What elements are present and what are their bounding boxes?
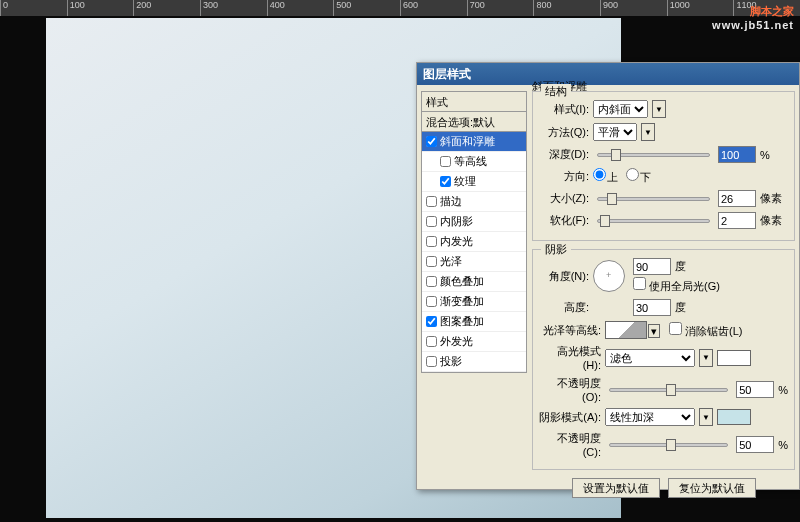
shadow-group: 阴影 角度(N): 度 使用全局光(G) 高度:度 光泽等高线:▾ 消除锯齿(L… bbox=[532, 249, 795, 470]
style-item-bevel[interactable]: 斜面和浮雕 bbox=[422, 132, 526, 152]
chevron-down-icon[interactable]: ▼ bbox=[699, 349, 713, 367]
reset-default-button[interactable]: 复位为默认值 bbox=[668, 478, 756, 498]
style-item-outer-glow[interactable]: 外发光 bbox=[422, 332, 526, 352]
global-light-checkbox[interactable] bbox=[633, 277, 646, 290]
style-list: 样式 混合选项:默认 斜面和浮雕 等高线 纹理 描边 内阴影 内发光 光泽 颜色… bbox=[421, 91, 527, 373]
ruler-horizontal: 010020030040050060070080090010001100 bbox=[0, 0, 800, 16]
set-default-button[interactable]: 设置为默认值 bbox=[572, 478, 660, 498]
style-item-satin[interactable]: 光泽 bbox=[422, 252, 526, 272]
dir-down-radio[interactable] bbox=[626, 168, 639, 181]
style-select[interactable]: 内斜面 bbox=[593, 100, 648, 118]
style-item-pattern-overlay[interactable]: 图案叠加 bbox=[422, 312, 526, 332]
highlight-opacity-input[interactable] bbox=[736, 381, 774, 398]
structure-group: 结构 样式(I):内斜面▼ 方法(Q):平滑▼ 深度(D):% 方向:上下 大小… bbox=[532, 91, 795, 241]
shadow-mode-select[interactable]: 线性加深 bbox=[605, 408, 695, 426]
angle-input[interactable] bbox=[633, 258, 671, 275]
chevron-down-icon[interactable]: ▼ bbox=[699, 408, 713, 426]
style-item-stroke[interactable]: 描边 bbox=[422, 192, 526, 212]
shadow-color-swatch[interactable] bbox=[717, 409, 751, 425]
style-item-color-overlay[interactable]: 颜色叠加 bbox=[422, 272, 526, 292]
shadow-opacity-slider[interactable] bbox=[609, 443, 728, 447]
style-item-inner-glow[interactable]: 内发光 bbox=[422, 232, 526, 252]
watermark: 脚本之家 www.jb51.net bbox=[712, 4, 794, 31]
size-input[interactable] bbox=[718, 190, 756, 207]
chevron-down-icon[interactable]: ▼ bbox=[641, 123, 655, 141]
method-select[interactable]: 平滑 bbox=[593, 123, 637, 141]
soften-input[interactable] bbox=[718, 212, 756, 229]
depth-slider[interactable] bbox=[597, 153, 710, 157]
soften-slider[interactable] bbox=[597, 219, 710, 223]
blend-options[interactable]: 混合选项:默认 bbox=[422, 112, 526, 132]
style-item-contour[interactable]: 等高线 bbox=[422, 152, 526, 172]
depth-input[interactable] bbox=[718, 146, 756, 163]
antialias-checkbox[interactable] bbox=[669, 322, 682, 335]
style-item-texture[interactable]: 纹理 bbox=[422, 172, 526, 192]
gloss-contour-picker[interactable]: ▾ bbox=[605, 321, 647, 339]
layer-style-dialog: 图层样式 样式 混合选项:默认 斜面和浮雕 等高线 纹理 描边 内阴影 内发光 … bbox=[416, 62, 800, 490]
dialog-title[interactable]: 图层样式 bbox=[417, 63, 799, 85]
highlight-opacity-slider[interactable] bbox=[609, 388, 728, 392]
size-slider[interactable] bbox=[597, 197, 710, 201]
style-item-drop-shadow[interactable]: 投影 bbox=[422, 352, 526, 372]
highlight-mode-select[interactable]: 滤色 bbox=[605, 349, 695, 367]
altitude-input[interactable] bbox=[633, 299, 671, 316]
chevron-down-icon[interactable]: ▾ bbox=[648, 324, 660, 338]
style-list-header[interactable]: 样式 bbox=[422, 92, 526, 112]
highlight-color-swatch[interactable] bbox=[717, 350, 751, 366]
chevron-down-icon[interactable]: ▼ bbox=[652, 100, 666, 118]
dir-up-radio[interactable] bbox=[593, 168, 606, 181]
shadow-opacity-input[interactable] bbox=[736, 436, 774, 453]
style-item-inner-shadow[interactable]: 内阴影 bbox=[422, 212, 526, 232]
style-item-gradient-overlay[interactable]: 渐变叠加 bbox=[422, 292, 526, 312]
angle-dial[interactable] bbox=[593, 260, 625, 292]
